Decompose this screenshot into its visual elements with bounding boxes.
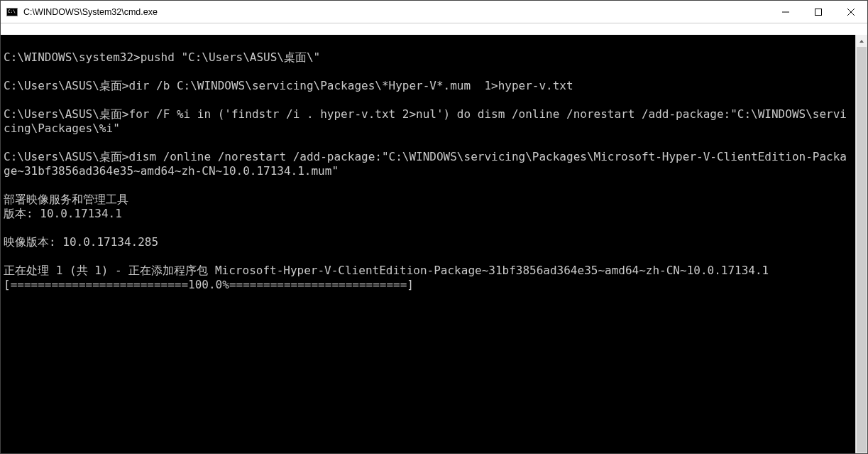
svg-rect-3 — [815, 9, 822, 15]
scroll-up-arrow[interactable] — [856, 35, 867, 47]
svg-marker-6 — [859, 40, 864, 43]
close-button[interactable] — [835, 1, 867, 23]
cmd-icon: C:\ — [6, 6, 18, 18]
window-titlebar: C:\ C:\WINDOWS\System32\cmd.exe — [1, 1, 867, 23]
window-title: C:\WINDOWS\System32\cmd.exe — [23, 7, 769, 17]
minimize-button[interactable] — [769, 1, 802, 23]
terminal-area: C:\WINDOWS\system32>pushd "C:\Users\ASUS… — [1, 35, 867, 454]
maximize-button[interactable] — [802, 1, 835, 23]
scroll-thumb[interactable] — [857, 47, 867, 453]
svg-text:C:\: C:\ — [8, 9, 16, 13]
vertical-scrollbar[interactable] — [855, 35, 867, 454]
terminal-output[interactable]: C:\WINDOWS\system32>pushd "C:\Users\ASUS… — [1, 35, 855, 454]
window-controls — [769, 1, 867, 23]
scroll-track[interactable] — [856, 47, 867, 453]
